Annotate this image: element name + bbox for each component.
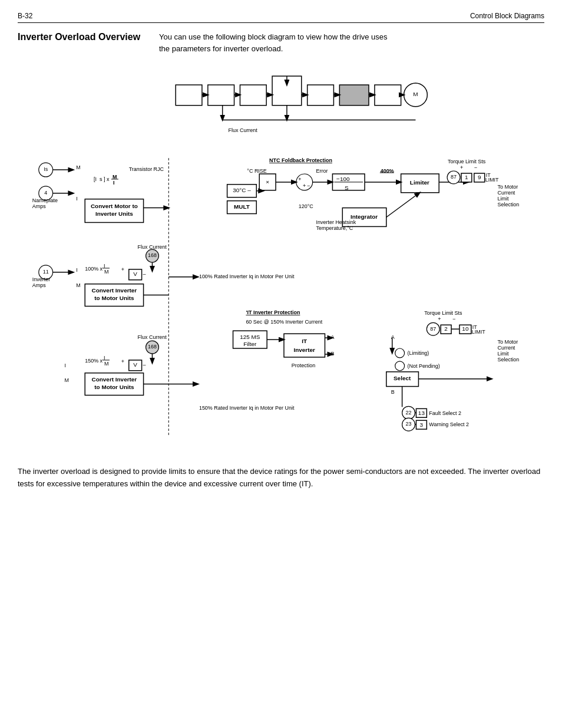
svg-text:LIMIT: LIMIT [485, 177, 499, 183]
svg-text:V: V [133, 271, 137, 277]
svg-text:Nameplate: Nameplate [32, 197, 58, 203]
svg-text:M: M [104, 361, 108, 367]
svg-text:9: 9 [478, 174, 481, 180]
svg-text:100% Rated Inverter Iq in Moto: 100% Rated Inverter Iq in Motor Per Unit [199, 274, 295, 279]
svg-text:B: B [391, 389, 395, 395]
svg-text:30°C –: 30°C – [233, 187, 251, 193]
svg-text:A: A [391, 334, 395, 340]
svg-text:MULT: MULT [234, 203, 250, 210]
svg-text:23: 23 [406, 421, 412, 427]
svg-text:M: M [76, 282, 80, 288]
svg-rect-1 [208, 85, 234, 106]
svg-text:Selection: Selection [498, 202, 520, 207]
svg-text:Amps: Amps [32, 203, 46, 209]
svg-text:Inverter: Inverter [294, 347, 316, 353]
svg-text:13: 13 [418, 410, 425, 416]
svg-text:Flux Current: Flux Current [138, 334, 167, 340]
svg-text:−100: −100 [336, 176, 350, 182]
page-header: B-32 Control Block Diagrams [18, 12, 544, 23]
svg-text:I: I [113, 180, 114, 186]
svg-text:150% x: 150% x [85, 358, 103, 364]
section-description: You can use the following block diagram … [159, 31, 544, 54]
svg-text:Flux Current: Flux Current [229, 127, 258, 133]
svg-text:–: – [143, 271, 146, 277]
svg-text:(Not Pending): (Not Pending) [408, 363, 440, 369]
svg-text:Limiter: Limiter [410, 180, 429, 186]
svg-text:Torque Limit Sts: Torque Limit Sts [448, 159, 486, 164]
svg-text:IT: IT [302, 338, 307, 344]
svg-text:s: s [100, 176, 103, 182]
svg-text:NTC Foldback Protection: NTC Foldback Protection [269, 157, 332, 163]
svg-text:To Motor: To Motor [498, 184, 518, 190]
svg-text:4: 4 [44, 190, 47, 196]
svg-text:Fault Select 2: Fault Select 2 [429, 410, 461, 416]
svg-text:V: V [133, 361, 137, 368]
svg-text:M: M [413, 91, 418, 98]
svg-text:Warning Select 2: Warning Select 2 [429, 421, 469, 427]
svg-text:−: − [452, 316, 455, 322]
svg-text:Limit: Limit [498, 196, 509, 202]
svg-text:Inverter Heatsink: Inverter Heatsink [316, 219, 356, 225]
svg-text:125 MS: 125 MS [240, 334, 260, 340]
svg-text:+: + [121, 358, 124, 364]
svg-text:Amps: Amps [32, 282, 46, 288]
svg-text:Current: Current [498, 345, 515, 351]
svg-text:Limit: Limit [498, 351, 509, 357]
svg-point-152 [395, 361, 405, 371]
svg-rect-5 [339, 85, 369, 106]
svg-rect-2 [240, 85, 266, 106]
svg-text:] x: ] x [104, 176, 110, 182]
svg-rect-0 [176, 85, 202, 106]
page-section: Control Block Diagrams [470, 12, 544, 20]
svg-text:I: I [76, 196, 77, 202]
svg-text:Inverter Units: Inverter Units [95, 210, 133, 217]
svg-text:Selection: Selection [498, 357, 520, 363]
svg-text:10: 10 [462, 325, 469, 332]
svg-text:2: 2 [444, 325, 448, 332]
page-number: B-32 [18, 12, 32, 20]
svg-text:87: 87 [430, 326, 436, 332]
svg-point-151 [395, 348, 405, 358]
svg-text:100% x: 100% x [85, 266, 103, 272]
svg-text:'IT Inverter Protection: 'IT Inverter Protection [246, 310, 300, 316]
svg-text:60 Sec @ 150% Inverter Current: 60 Sec @ 150% Inverter Current [246, 319, 322, 325]
svg-text:I: I [76, 267, 77, 273]
svg-text:Select: Select [394, 375, 411, 381]
svg-text:°C RISE: °C RISE [247, 168, 266, 174]
svg-text:Temperature,°C: Temperature,°C [316, 225, 353, 231]
svg-rect-4 [308, 85, 334, 106]
svg-text:M: M [76, 164, 80, 170]
svg-text:LIMIT: LIMIT [472, 329, 485, 335]
block-diagram: M Flux Current [18, 66, 544, 455]
svg-text:to Motor Units: to Motor Units [94, 295, 134, 301]
svg-text:Transistor RJC: Transistor RJC [129, 166, 164, 172]
svg-text:87: 87 [451, 174, 457, 180]
svg-text:+: + [460, 164, 463, 170]
svg-text:168: 168 [148, 344, 157, 350]
svg-rect-6 [375, 85, 401, 106]
svg-text:−: − [474, 164, 477, 170]
svg-text:[I: [I [94, 176, 97, 182]
footer-description: The inverter overload is designed to pro… [18, 466, 544, 490]
svg-text:Filter: Filter [243, 341, 257, 347]
svg-text:Error: Error [316, 168, 328, 174]
svg-text:Torque Limit Sts: Torque Limit Sts [424, 310, 462, 316]
section-title: Inverter Overload Overview [18, 31, 147, 44]
svg-text:+: + [121, 266, 124, 272]
svg-line-180 [386, 193, 420, 218]
svg-text:Inverter: Inverter [32, 276, 50, 282]
svg-text:M: M [104, 269, 108, 275]
svg-text:Convert Inverter: Convert Inverter [92, 287, 137, 294]
svg-text:11: 11 [43, 269, 49, 275]
svg-text:150%  Rated Inverter Iq in Mot: 150% Rated Inverter Iq in Motor Per Unit [199, 405, 295, 411]
svg-text:S: S [345, 185, 349, 191]
svg-text:168: 168 [148, 252, 157, 258]
svg-text:22: 22 [406, 410, 412, 416]
svg-text:Convert Motor to: Convert Motor to [91, 203, 138, 209]
svg-text:Is: Is [44, 166, 48, 172]
svg-text:(Limiting): (Limiting) [408, 350, 429, 356]
svg-text:I: I [64, 363, 65, 368]
svg-text:Protection: Protection [292, 363, 315, 368]
svg-text:to Motor Units: to Motor Units [94, 384, 134, 390]
svg-text:Current: Current [498, 190, 515, 196]
